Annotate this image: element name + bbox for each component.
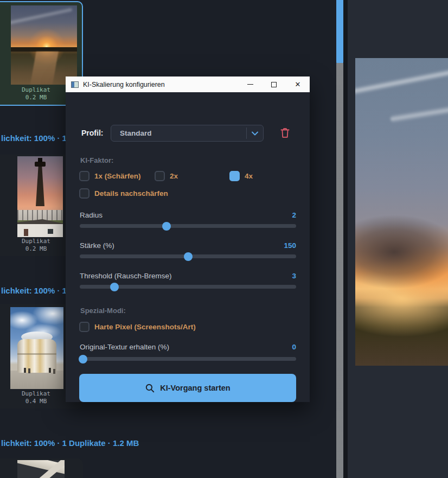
rotunda-thumbnail (10, 307, 63, 389)
profile-select[interactable]: Standard (111, 125, 264, 142)
similarity-row-1: lichkeit: 100% · 1 (1, 133, 67, 143)
panel-divider (343, 0, 348, 478)
select-separator (246, 128, 247, 139)
trash-icon (280, 127, 290, 139)
minimize-button[interactable] (238, 77, 262, 92)
texture-slider[interactable] (80, 357, 296, 361)
close-button[interactable]: ✕ (286, 77, 310, 92)
contrail-streak (11, 8, 73, 26)
texture-value: 0 (292, 343, 296, 351)
staerke-slider[interactable] (80, 254, 296, 258)
texture-label: Original-Textur erhalten (%) (80, 343, 169, 351)
house-door (24, 229, 28, 236)
threshold-value: 3 (292, 272, 296, 280)
house-window (48, 229, 53, 234)
app-screen: Duplikat 0.2 MB lichkeit: 100% · 1 Dupli… (0, 0, 448, 478)
sunset-preview-image (355, 58, 448, 366)
radius-label: Radius (80, 211, 103, 219)
radius-value: 2 (292, 211, 296, 219)
chevron-down-icon (251, 131, 259, 136)
close-icon: ✕ (295, 80, 301, 88)
minimize-icon (247, 84, 253, 85)
profile-label: Profil: (81, 125, 103, 142)
harte-pixel-option[interactable]: Harte Pixel (Screenshots/Art) (79, 322, 196, 332)
texture-slider-thumb[interactable] (79, 355, 87, 364)
preview-panel: K (348, 0, 448, 478)
lighthouse-thumbnail (17, 156, 63, 237)
radius-slider-thumb[interactable] (162, 222, 171, 231)
profile-selected-value: Standard (120, 129, 152, 137)
staerke-label: Stärke (%) (80, 241, 114, 250)
dialog-title: KI-Skalierung konfigurieren (83, 81, 165, 88)
window-controls: ✕ (238, 77, 310, 92)
maximize-button[interactable] (262, 77, 286, 92)
radius-slider[interactable] (80, 224, 296, 228)
checkbox-1x[interactable] (79, 171, 89, 181)
field-path (30, 52, 59, 85)
ki-faktor-section-label: KI-Faktor: (80, 156, 113, 164)
threshold-slider-thumb[interactable] (110, 283, 119, 291)
checkbox-label: Details nachschärfen (94, 189, 168, 197)
contrail-streak (355, 67, 448, 96)
lighthouse-tower (36, 165, 44, 206)
checkbox-label: Harte Pixel (Screenshots/Art) (94, 323, 196, 331)
threshold-label: Threshold (Rausch-Bremse) (80, 272, 172, 280)
staerke-value: 150 (284, 241, 296, 250)
start-button-label: KI-Vorgang starten (160, 384, 230, 392)
threshold-slider[interactable] (80, 285, 296, 289)
lighthouse-lantern (38, 158, 42, 162)
checkbox-harte-pixel[interactable] (79, 322, 89, 332)
contrail-streak (390, 101, 448, 123)
staerke-slider-thumb[interactable] (184, 252, 193, 261)
pavement (10, 371, 63, 389)
details-sharpen-option[interactable]: Details nachschärfen (79, 188, 168, 199)
people-silhouettes (24, 368, 26, 373)
dialog-body: Profil: Standard KI-Faktor: 1x (Schärfen… (66, 92, 310, 402)
app-image-icon (71, 81, 79, 88)
delete-profile-button[interactable] (279, 127, 291, 140)
checkbox-label: 1x (Schärfen) (94, 172, 141, 180)
similarity-row-3: lichkeit: 100% · 1 Duplikate · 1.2 MB (1, 438, 139, 448)
beams-thumbnail (17, 460, 65, 478)
spezial-modi-section-label: Spezial-Modi: (80, 307, 126, 315)
dialog-titlebar[interactable]: KI-Skalierung konfigurieren ✕ (66, 77, 310, 92)
scrollbar-track[interactable] (336, 0, 343, 478)
lighthouse-gallery (35, 162, 46, 167)
checkbox-details-sharpen[interactable] (79, 188, 89, 199)
similarity-row-2: lichkeit: 100% · 1 (1, 286, 67, 295)
checkbox-4x[interactable] (229, 171, 240, 181)
factor-option-2x[interactable]: 2x (155, 171, 178, 181)
ki-skalierung-dialog: KI-Skalierung konfigurieren ✕ Profil: St… (66, 77, 310, 402)
checkbox-label: 2x (170, 172, 178, 180)
factor-option-1x[interactable]: 1x (Schärfen) (79, 171, 141, 181)
maximize-icon (271, 82, 277, 87)
building-band (17, 353, 56, 355)
sunset-thumbnail (11, 5, 77, 85)
factor-option-4x[interactable]: 4x (229, 171, 253, 181)
rotunda-building (17, 339, 56, 373)
magnifier-icon (145, 383, 155, 393)
checkbox-label: 4x (245, 172, 253, 180)
duplicate-card-4[interactable] (0, 458, 83, 478)
scrollbar-thumb[interactable] (336, 0, 343, 63)
checkbox-2x[interactable] (155, 171, 165, 181)
start-ki-process-button[interactable]: KI-Vorgang starten (79, 374, 296, 402)
